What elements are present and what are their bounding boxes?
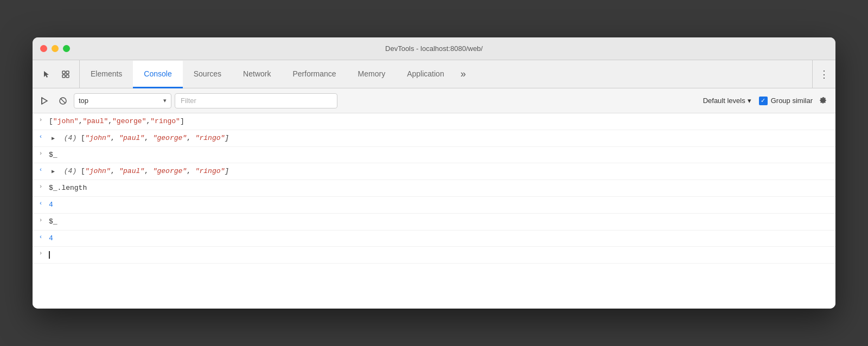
default-levels-button[interactable]: Default levels ▾: [699, 93, 756, 108]
output-arrow: ‹: [33, 199, 49, 207]
window-title: DevTools - localhost:8080/web/: [385, 44, 483, 53]
clear-console-button[interactable]: [55, 93, 71, 108]
cursor-icon[interactable]: [38, 66, 54, 82]
svg-rect-2: [62, 75, 65, 78]
console-entry: 4: [49, 199, 831, 211]
svg-rect-3: [66, 75, 69, 78]
close-button[interactable]: [40, 45, 47, 52]
tab-console[interactable]: Console: [133, 61, 182, 88]
console-input-row[interactable]: ›: [33, 247, 835, 264]
inspect-icon[interactable]: [58, 66, 74, 82]
tabs-end-menu[interactable]: ⋮: [812, 60, 835, 88]
console-entry: ["john","paul","george","ringo"]: [49, 116, 831, 127]
console-entry: $_.length: [49, 182, 831, 194]
tab-application[interactable]: Application: [396, 61, 455, 88]
tab-performance[interactable]: Performance: [282, 61, 347, 88]
console-row: › $_: [33, 214, 835, 230]
output-arrow: ‹: [33, 233, 49, 240]
prompt-arrow: ›: [33, 249, 49, 257]
svg-rect-0: [62, 71, 65, 74]
output-arrow: ‹: [33, 132, 49, 140]
console-row: ‹ ▶ (4) ["john", "paul", "george", "ring…: [33, 163, 835, 180]
titlebar: DevTools - localhost:8080/web/: [33, 37, 835, 60]
output-arrow: ‹: [33, 165, 49, 173]
console-entry: $_: [49, 149, 831, 161]
console-entry: $_: [49, 216, 831, 228]
console-toolbar: top ▾ Default levels ▾ ✓ Group similar: [33, 88, 835, 113]
more-tabs-button[interactable]: »: [455, 60, 471, 88]
console-row: › $_: [33, 147, 835, 164]
context-selector[interactable]: top ▾: [74, 93, 171, 108]
input-arrow: ›: [33, 149, 49, 157]
settings-button[interactable]: [816, 93, 831, 108]
maximize-button[interactable]: [63, 45, 70, 52]
cursor: [49, 251, 50, 259]
console-row: ‹ 4: [33, 197, 835, 214]
console-row: ‹ 4: [33, 230, 835, 247]
input-arrow: ›: [33, 216, 49, 223]
svg-rect-1: [66, 71, 69, 74]
console-entry: ▶ (4) ["john", "paul", "george", "ringo"…: [49, 132, 831, 144]
traffic-lights: [40, 45, 70, 52]
tab-network[interactable]: Network: [232, 61, 282, 88]
tab-elements[interactable]: Elements: [80, 61, 133, 88]
console-output: › ["john","paul","george","ringo"] ‹ ▶ (…: [33, 113, 835, 309]
input-arrow: ›: [33, 116, 49, 123]
console-entry: ▶ (4) ["john", "paul", "george", "ringo"…: [49, 165, 831, 177]
filter-input[interactable]: [175, 93, 337, 108]
console-row: › $_.length: [33, 180, 835, 197]
tab-memory[interactable]: Memory: [347, 61, 397, 88]
input-arrow: ›: [33, 182, 49, 190]
group-similar-checkbox[interactable]: ✓: [759, 97, 768, 105]
tabs-bar: Elements Console Sources Network Perform…: [33, 60, 835, 88]
tab-icon-group: [33, 60, 80, 88]
console-entry: 4: [49, 233, 831, 245]
tab-sources[interactable]: Sources: [183, 61, 232, 88]
tabs-list: Elements Console Sources Network Perform…: [80, 60, 812, 88]
console-input[interactable]: [49, 249, 831, 261]
svg-line-7: [61, 99, 65, 103]
preserve-log-button[interactable]: [37, 93, 52, 108]
group-similar-control[interactable]: ✓ Group similar: [759, 97, 813, 105]
expand-icon[interactable]: ▶: [49, 168, 58, 176]
console-row: ‹ ▶ (4) ["john", "paul", "george", "ring…: [33, 130, 835, 147]
expand-icon[interactable]: ▶: [49, 134, 58, 143]
minimize-button[interactable]: [52, 45, 59, 52]
svg-marker-4: [42, 98, 47, 104]
devtools-window: DevTools - localhost:8080/web/ Elements: [33, 37, 835, 309]
console-row: › ["john","paul","george","ringo"]: [33, 113, 835, 130]
